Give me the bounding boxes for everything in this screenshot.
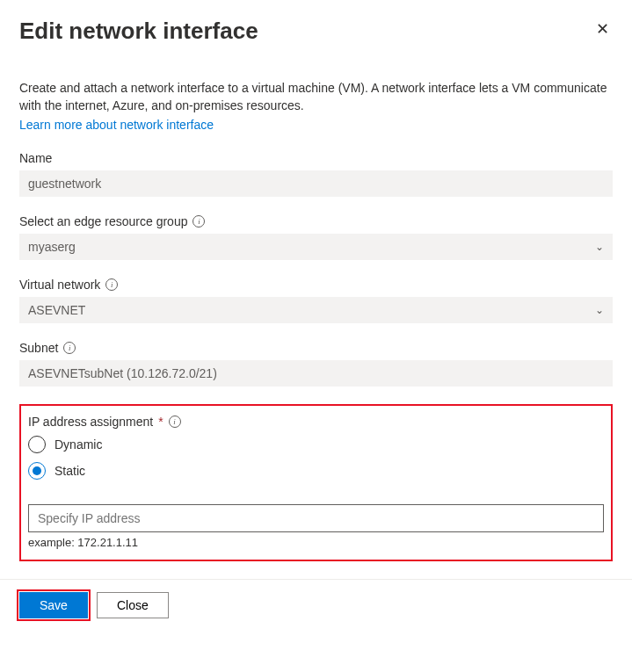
radio-dot-icon (33, 466, 41, 475)
subnet-input (19, 360, 613, 387)
close-button[interactable]: Close (97, 592, 169, 618)
radio-static-label: Static (54, 464, 85, 478)
subnet-label: Subnet (19, 341, 58, 355)
resource-group-label: Select an edge resource group (19, 214, 187, 228)
vnet-select[interactable]: ASEVNET ⌄ (19, 297, 613, 323)
vnet-label: Virtual network (19, 278, 100, 292)
page-title: Edit network interface (19, 18, 258, 45)
radio-circle-icon (28, 462, 46, 480)
radio-static[interactable]: Static (28, 462, 604, 480)
name-input (19, 170, 613, 197)
vnet-value: ASEVNET (28, 303, 85, 317)
chevron-down-icon: ⌄ (595, 304, 604, 316)
required-indicator: * (158, 415, 163, 429)
info-icon[interactable]: i (193, 215, 205, 228)
resource-group-select[interactable]: myaserg ⌄ (19, 234, 613, 260)
info-icon[interactable]: i (63, 342, 76, 354)
info-icon[interactable]: i (169, 415, 181, 428)
ip-assignment-highlight-box: IP address assignment * i Dynamic Static… (19, 404, 613, 561)
save-button[interactable]: Save (19, 592, 88, 618)
ip-assignment-label: IP address assignment (28, 415, 153, 429)
learn-more-link[interactable]: Learn more about network interface (19, 118, 214, 132)
info-icon[interactable]: i (105, 278, 118, 291)
radio-circle-icon (28, 436, 46, 453)
chevron-down-icon: ⌄ (595, 241, 604, 253)
name-label: Name (19, 151, 52, 165)
close-icon[interactable]: ✕ (592, 18, 613, 40)
intro-description: Create and attach a network interface to… (19, 80, 613, 114)
radio-dynamic-label: Dynamic (54, 437, 102, 452)
ip-example-text: example: 172.21.1.11 (28, 536, 604, 549)
ip-address-input[interactable] (28, 504, 604, 532)
radio-dynamic[interactable]: Dynamic (28, 436, 604, 453)
resource-group-value: myaserg (28, 240, 76, 254)
